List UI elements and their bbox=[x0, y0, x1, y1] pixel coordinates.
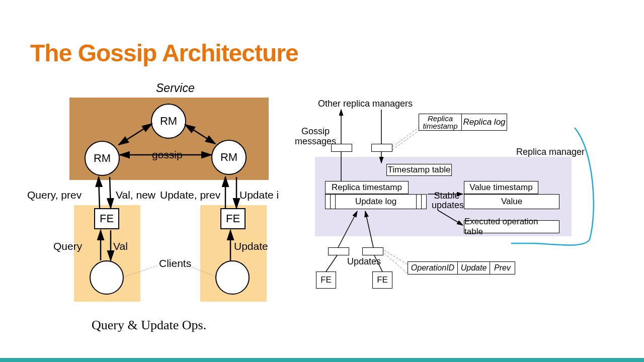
fe-box-right: FE bbox=[220, 208, 246, 229]
svg-line-16 bbox=[392, 128, 419, 147]
svg-line-4 bbox=[110, 177, 111, 208]
replica-manager-label: Replica manager bbox=[516, 147, 585, 157]
update-log-box: Update log bbox=[336, 195, 416, 209]
fe-box-left: FE bbox=[94, 208, 119, 229]
diagram-area: Service RM RM RM gossip Query, prev Val,… bbox=[25, 79, 619, 331]
client-node-right bbox=[215, 260, 250, 295]
svg-line-25 bbox=[384, 253, 408, 274]
slide-title: The Gossip Architecture bbox=[30, 39, 298, 67]
value-box: Value bbox=[464, 194, 559, 209]
rm-label: RM bbox=[94, 152, 111, 165]
fe-label: FE bbox=[226, 212, 240, 225]
svg-line-20 bbox=[326, 255, 337, 272]
val-new-label: Val, new bbox=[116, 189, 155, 201]
update-i-label: Update i bbox=[239, 189, 279, 201]
update-field-box: Update bbox=[458, 261, 490, 275]
updates-label: Updates bbox=[347, 256, 381, 267]
port-box-1 bbox=[331, 144, 352, 152]
other-rm-label: Other replica managers bbox=[318, 99, 413, 109]
timestamp-table-box: Timestamp table bbox=[386, 164, 452, 176]
val-label: Val bbox=[113, 240, 128, 252]
query-label: Query bbox=[53, 240, 82, 252]
replica-header-group: Replica timestamp Replica log bbox=[419, 114, 507, 131]
port-box-2 bbox=[371, 144, 392, 152]
fe-box-r1: FE bbox=[316, 272, 336, 289]
update-log-group: Update log bbox=[325, 194, 427, 209]
gossip-label: gossip bbox=[152, 149, 183, 161]
query-prev-label: Query, prev bbox=[27, 189, 82, 201]
value-timestamp-box: Value timestamp bbox=[464, 181, 538, 194]
svg-line-24 bbox=[384, 250, 408, 264]
update-prev-label: Update, prev bbox=[160, 189, 220, 201]
replica-log-header: Replica log bbox=[462, 114, 507, 131]
left-caption: Query & Update Ops. bbox=[92, 318, 206, 333]
executed-op-box: Executed operation table bbox=[464, 220, 559, 233]
rm-label: RM bbox=[160, 115, 177, 128]
bottom-accent-bar bbox=[0, 358, 644, 362]
svg-line-17 bbox=[392, 131, 419, 150]
fe-label: FE bbox=[100, 212, 114, 225]
operation-id-box: OperationID bbox=[408, 261, 458, 275]
client-node-left bbox=[90, 260, 124, 295]
service-label: Service bbox=[156, 81, 195, 95]
replica-ts-box: Replica timestamp bbox=[325, 181, 409, 194]
port-box-3 bbox=[328, 247, 349, 255]
fe-box-r2: FE bbox=[372, 272, 392, 289]
prev-field-box: Prev bbox=[490, 261, 515, 275]
rm-label: RM bbox=[220, 151, 237, 164]
clients-label: Clients bbox=[159, 257, 191, 269]
op-tuple-group: OperationID Update Prev bbox=[408, 261, 515, 275]
stable-updates-label: Stable updates bbox=[432, 191, 462, 210]
rm-node-top: RM bbox=[151, 104, 186, 139]
update-label: Update bbox=[234, 240, 268, 252]
svg-line-3 bbox=[99, 177, 100, 208]
rm-node-right: RM bbox=[211, 140, 247, 175]
rm-node-left: RM bbox=[85, 141, 120, 176]
replica-timestamp-header: Replica timestamp bbox=[419, 114, 462, 131]
port-box-4 bbox=[362, 247, 383, 255]
